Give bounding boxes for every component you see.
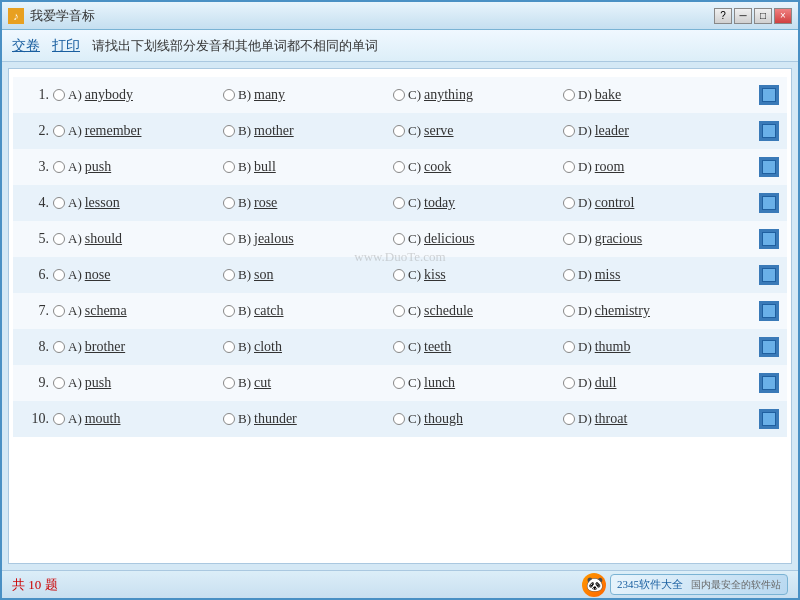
radio-6d[interactable] <box>563 269 575 281</box>
radio-3b[interactable] <box>223 161 235 173</box>
minimize-button[interactable]: ─ <box>734 8 752 24</box>
radio-9b[interactable] <box>223 377 235 389</box>
word-10a[interactable]: mouth <box>85 411 121 427</box>
word-1a[interactable]: anybody <box>85 87 133 103</box>
word-7b[interactable]: catch <box>254 303 284 319</box>
word-2c[interactable]: serve <box>424 123 454 139</box>
word-4b[interactable]: rose <box>254 195 277 211</box>
word-1c[interactable]: anything <box>424 87 473 103</box>
save-icon-1[interactable] <box>759 85 779 105</box>
radio-7d[interactable] <box>563 305 575 317</box>
radio-1b[interactable] <box>223 89 235 101</box>
radio-1a[interactable] <box>53 89 65 101</box>
radio-6c[interactable] <box>393 269 405 281</box>
radio-1c[interactable] <box>393 89 405 101</box>
save-icon-5[interactable] <box>759 229 779 249</box>
word-6c[interactable]: kiss <box>424 267 446 283</box>
save-icon-6[interactable] <box>759 265 779 285</box>
radio-4c[interactable] <box>393 197 405 209</box>
radio-10d[interactable] <box>563 413 575 425</box>
radio-9a[interactable] <box>53 377 65 389</box>
radio-5a[interactable] <box>53 233 65 245</box>
word-9b[interactable]: cut <box>254 375 271 391</box>
save-icon-8[interactable] <box>759 337 779 357</box>
word-1d[interactable]: bake <box>595 87 621 103</box>
radio-6b[interactable] <box>223 269 235 281</box>
word-9d[interactable]: dull <box>595 375 617 391</box>
radio-8d[interactable] <box>563 341 575 353</box>
radio-4a[interactable] <box>53 197 65 209</box>
radio-3a[interactable] <box>53 161 65 173</box>
radio-5b[interactable] <box>223 233 235 245</box>
word-4d[interactable]: control <box>595 195 635 211</box>
radio-8b[interactable] <box>223 341 235 353</box>
radio-8a[interactable] <box>53 341 65 353</box>
word-7d[interactable]: chemistry <box>595 303 650 319</box>
word-4c[interactable]: today <box>424 195 455 211</box>
radio-8c[interactable] <box>393 341 405 353</box>
word-3d[interactable]: room <box>595 159 625 175</box>
word-5d[interactable]: gracious <box>595 231 642 247</box>
save-icon-4[interactable] <box>759 193 779 213</box>
maximize-button[interactable]: □ <box>754 8 772 24</box>
word-2d[interactable]: leader <box>595 123 629 139</box>
option-a: A) brother <box>53 339 223 355</box>
print-button[interactable]: 打印 <box>52 37 80 55</box>
word-10c[interactable]: though <box>424 411 463 427</box>
radio-3c[interactable] <box>393 161 405 173</box>
word-10b[interactable]: thunder <box>254 411 297 427</box>
word-3a[interactable]: push <box>85 159 111 175</box>
radio-5c[interactable] <box>393 233 405 245</box>
app-icon: ♪ <box>8 8 24 24</box>
radio-2d[interactable] <box>563 125 575 137</box>
word-1b[interactable]: many <box>254 87 285 103</box>
help-button[interactable]: ? <box>714 8 732 24</box>
word-9a[interactable]: push <box>85 375 111 391</box>
word-8c[interactable]: teeth <box>424 339 451 355</box>
word-6b[interactable]: son <box>254 267 273 283</box>
word-7c[interactable]: schedule <box>424 303 473 319</box>
word-8d[interactable]: thumb <box>595 339 631 355</box>
save-icon-10[interactable] <box>759 409 779 429</box>
submit-button[interactable]: 交卷 <box>12 37 40 55</box>
word-3b[interactable]: bull <box>254 159 276 175</box>
radio-7b[interactable] <box>223 305 235 317</box>
question-number: 1. <box>21 87 49 103</box>
radio-7a[interactable] <box>53 305 65 317</box>
radio-2c[interactable] <box>393 125 405 137</box>
radio-10b[interactable] <box>223 413 235 425</box>
save-icon-7[interactable] <box>759 301 779 321</box>
word-3c[interactable]: cook <box>424 159 451 175</box>
word-5c[interactable]: delicious <box>424 231 475 247</box>
radio-5d[interactable] <box>563 233 575 245</box>
close-button[interactable]: × <box>774 8 792 24</box>
save-icon-3[interactable] <box>759 157 779 177</box>
word-6d[interactable]: miss <box>595 267 621 283</box>
save-icon-2[interactable] <box>759 121 779 141</box>
word-9c[interactable]: lunch <box>424 375 455 391</box>
radio-10a[interactable] <box>53 413 65 425</box>
word-2a[interactable]: remember <box>85 123 142 139</box>
word-5a[interactable]: should <box>85 231 122 247</box>
radio-6a[interactable] <box>53 269 65 281</box>
word-8a[interactable]: brother <box>85 339 125 355</box>
word-8b[interactable]: cloth <box>254 339 282 355</box>
radio-9c[interactable] <box>393 377 405 389</box>
save-icon-9[interactable] <box>759 373 779 393</box>
radio-3d[interactable] <box>563 161 575 173</box>
radio-4d[interactable] <box>563 197 575 209</box>
word-2b[interactable]: mother <box>254 123 294 139</box>
radio-9d[interactable] <box>563 377 575 389</box>
radio-10c[interactable] <box>393 413 405 425</box>
radio-1d[interactable] <box>563 89 575 101</box>
radio-2b[interactable] <box>223 125 235 137</box>
word-6a[interactable]: nose <box>85 267 111 283</box>
radio-7c[interactable] <box>393 305 405 317</box>
word-7a[interactable]: schema <box>85 303 127 319</box>
radio-4b[interactable] <box>223 197 235 209</box>
quiz-container: www.DuoTe.com 1. A) anybody B) many <box>13 77 787 437</box>
radio-2a[interactable] <box>53 125 65 137</box>
word-5b[interactable]: jealous <box>254 231 294 247</box>
word-4a[interactable]: lesson <box>85 195 120 211</box>
word-10d[interactable]: throat <box>595 411 628 427</box>
